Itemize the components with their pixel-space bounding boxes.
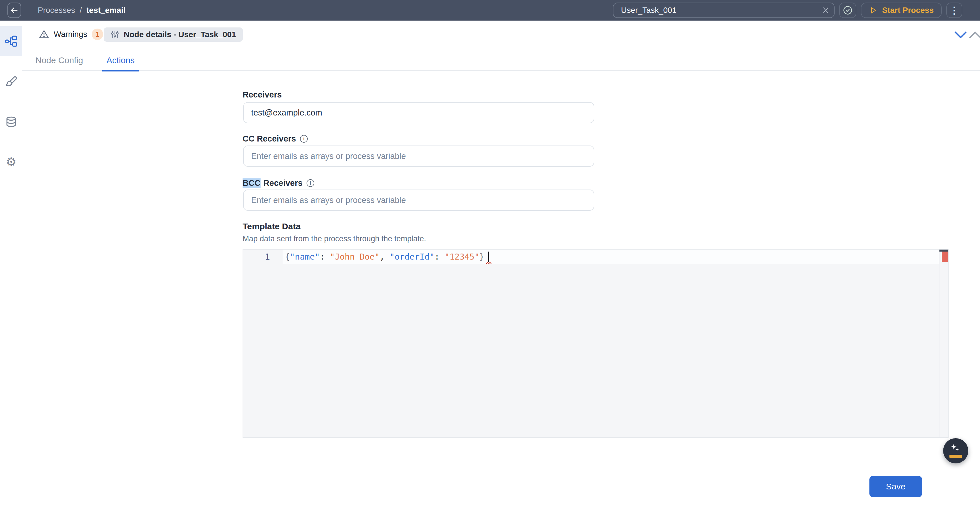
tab-node-config[interactable]: Node Config: [31, 50, 88, 71]
workflow-icon: [5, 35, 18, 48]
template-data-title: Template Data: [243, 222, 301, 231]
start-process-button[interactable]: Start Process: [861, 3, 942, 18]
info-icon[interactable]: i: [307, 179, 314, 187]
play-icon: [869, 6, 877, 14]
template-data-editor[interactable]: 1 {"name": "John Doe", "orderId": "12345…: [243, 249, 948, 438]
node-search: [613, 3, 835, 18]
receivers-input[interactable]: [243, 102, 594, 123]
detail-tabs: Node Config Actions: [22, 50, 980, 71]
ai-underline-bar: [950, 455, 962, 458]
error-marker: [942, 252, 948, 262]
info-icon[interactable]: i: [300, 135, 308, 143]
cc-receivers-label: CC Receivers i: [243, 134, 308, 144]
more-options-button[interactable]: ⋮: [946, 3, 962, 18]
chevron-up-icon: [969, 31, 980, 39]
back-button[interactable]: [8, 3, 21, 18]
gear-icon: ⚙: [6, 156, 17, 168]
template-data-subtitle: Map data sent from the process through t…: [243, 235, 426, 243]
left-sidebar: ⚙: [0, 21, 22, 514]
arrow-left-icon: [10, 5, 19, 15]
node-search-input[interactable]: [613, 3, 835, 18]
receivers-label: Receivers: [243, 90, 282, 99]
save-button[interactable]: Save: [869, 476, 922, 497]
cc-receivers-input[interactable]: [243, 145, 594, 167]
bcc-receivers-label: BCC Receivers i: [243, 179, 314, 188]
ai-assistant-button[interactable]: [943, 438, 968, 463]
selected-text: BCC: [243, 179, 261, 188]
warning-triangle-icon: [39, 29, 49, 40]
close-icon: [822, 6, 829, 14]
warnings-toggle[interactable]: Warnings 1: [39, 26, 103, 42]
breadcrumb-separator: /: [80, 6, 82, 15]
check-circle-icon: [843, 5, 853, 16]
clear-search-button[interactable]: [822, 3, 829, 18]
breadcrumb-current: test_email: [87, 6, 126, 15]
database-icon: [5, 116, 18, 128]
error-squiggle-icon: [486, 262, 493, 265]
main-panel: Warnings 1 Node details - User_Task_001 …: [22, 21, 980, 514]
topbar-actions: Start Process ⋮: [613, 3, 962, 18]
sliders-icon: [111, 30, 119, 39]
code-line-content: {"name": "John Doe", "orderId": "12345"}: [285, 252, 484, 262]
validate-process-button[interactable]: [839, 3, 856, 18]
chevron-down-icon: [954, 31, 967, 39]
expand-panel-button[interactable]: [968, 29, 980, 41]
warnings-label: Warnings: [54, 30, 87, 39]
bcc-receivers-input[interactable]: [243, 190, 594, 211]
breadcrumb: Processes / test_email: [38, 0, 126, 21]
sidebar-item-processes[interactable]: [0, 26, 22, 56]
line-number: 1: [243, 249, 283, 264]
sidebar-item-settings[interactable]: ⚙: [0, 147, 22, 177]
top-bar: Processes / test_email Start Process ⋮: [0, 0, 980, 21]
paintbrush-icon: [5, 76, 18, 88]
minimap-line-mark: [939, 249, 948, 252]
node-details-label: Node details - User_Task_001: [124, 30, 236, 39]
editor-scrollbar[interactable]: [939, 249, 948, 437]
sidebar-item-design[interactable]: [0, 67, 22, 97]
warnings-count-badge: 1: [92, 29, 103, 40]
editor-code-area[interactable]: {"name": "John Doe", "orderId": "12345"}: [283, 249, 939, 437]
node-details-tab[interactable]: Node details - User_Task_001: [104, 27, 243, 42]
tab-actions[interactable]: Actions: [102, 50, 139, 71]
text-cursor: [488, 252, 489, 262]
editor-gutter: 1: [243, 249, 283, 437]
breadcrumb-processes-link[interactable]: Processes: [38, 6, 75, 15]
sparkles-icon: [949, 444, 963, 453]
sidebar-item-data[interactable]: [0, 107, 22, 137]
collapse-panel-button[interactable]: [953, 29, 968, 41]
code-line[interactable]: {"name": "John Doe", "orderId": "12345"}: [283, 249, 939, 264]
start-process-label: Start Process: [882, 6, 934, 15]
